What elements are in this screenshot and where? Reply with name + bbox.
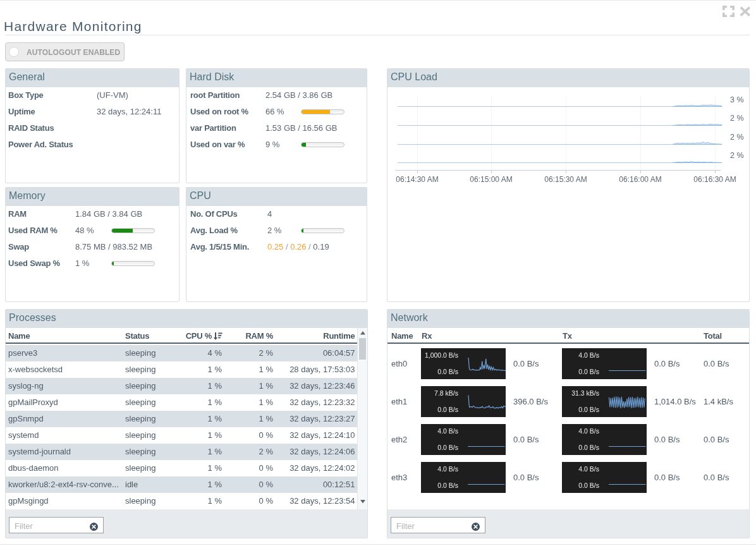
- svg-text:3 %: 3 %: [730, 95, 744, 104]
- svg-text:2 %: 2 %: [730, 133, 744, 142]
- svg-text:06:15:00 AM: 06:15:00 AM: [470, 175, 512, 184]
- svg-text:2 %: 2 %: [730, 151, 744, 160]
- svg-text:06:16:30 AM: 06:16:30 AM: [693, 175, 736, 184]
- svg-text:06:15:30 AM: 06:15:30 AM: [544, 175, 587, 184]
- svg-text:2 %: 2 %: [730, 114, 744, 123]
- svg-text:06:14:30 AM: 06:14:30 AM: [396, 175, 438, 184]
- svg-text:06:16:00 AM: 06:16:00 AM: [619, 175, 661, 184]
